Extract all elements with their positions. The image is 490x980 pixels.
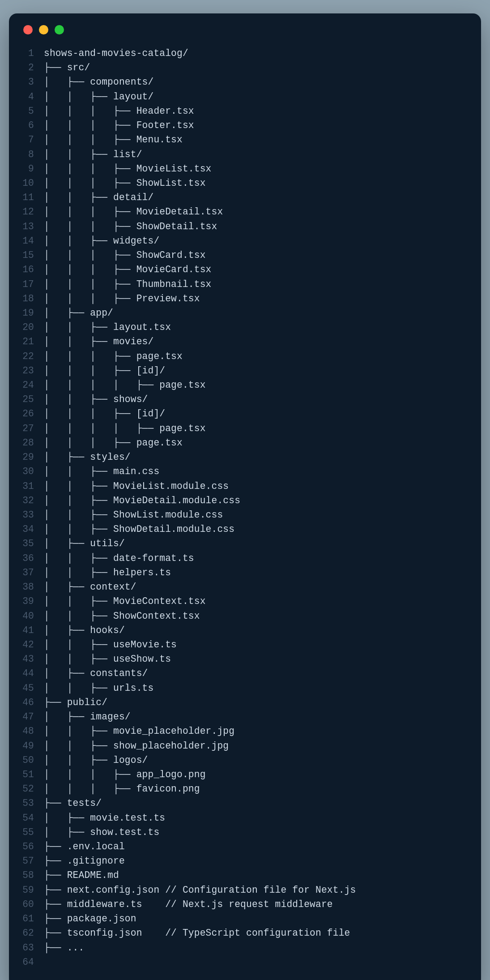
- line-number: 8: [20, 147, 44, 162]
- line-content: ├── ...: [44, 941, 84, 955]
- line-number: 53: [20, 796, 44, 810]
- line-content: ├── .gitignore: [44, 854, 125, 868]
- code-line: 33│ │ ├── ShowList.module.css: [20, 508, 470, 522]
- line-content: │ │ ├── layout/: [44, 90, 153, 104]
- line-number: 32: [20, 493, 44, 508]
- code-line: 23│ │ │ ├── [id]/: [20, 364, 470, 378]
- code-area: 1shows-and-movies-catalog/2├── src/3│ ├─…: [9, 43, 481, 969]
- line-content: │ │ ├── detail/: [44, 190, 153, 205]
- line-number: 44: [20, 666, 44, 680]
- code-line: 13│ │ │ ├── ShowDetail.tsx: [20, 219, 470, 234]
- line-content: │ ├── context/: [44, 580, 136, 594]
- code-line: 60├── middleware.ts // Next.js request m…: [20, 897, 470, 912]
- line-number: 55: [20, 825, 44, 839]
- line-content: ├── package.json: [44, 912, 136, 926]
- line-content: │ │ │ ├── Preview.tsx: [44, 291, 200, 306]
- line-number: 16: [20, 262, 44, 277]
- line-number: 51: [20, 767, 44, 782]
- code-line: 24│ │ │ │ ├── page.tsx: [20, 378, 470, 392]
- line-number: 49: [20, 739, 44, 753]
- line-number: 48: [20, 724, 44, 738]
- line-content: │ │ ├── ShowContext.tsx: [44, 609, 200, 623]
- line-number: 15: [20, 248, 44, 262]
- terminal-window: 1shows-and-movies-catalog/2├── src/3│ ├─…: [9, 13, 481, 980]
- line-number: 3: [20, 75, 44, 89]
- code-line: 22│ │ │ ├── page.tsx: [20, 349, 470, 364]
- code-line: 62├── tsconfig.json // TypeScript config…: [20, 926, 470, 940]
- code-line: 25│ │ ├── shows/: [20, 392, 470, 407]
- line-content: │ │ ├── movie_placeholder.jpg: [44, 724, 234, 738]
- line-number: 9: [20, 162, 44, 176]
- line-content: ├── next.config.json // Configuration fi…: [44, 883, 356, 897]
- line-content: shows-and-movies-catalog/: [44, 46, 188, 60]
- line-content: │ │ ├── layout.tsx: [44, 320, 171, 334]
- line-number: 59: [20, 883, 44, 897]
- code-line: 53├── tests/: [20, 796, 470, 810]
- code-line: 51│ │ │ ├── app_logo.png: [20, 767, 470, 782]
- line-number: 45: [20, 681, 44, 695]
- code-line: 40│ │ ├── ShowContext.tsx: [20, 609, 470, 623]
- line-content: │ ├── app/: [44, 306, 113, 320]
- code-line: 52│ │ │ ├── favicon.png: [20, 782, 470, 796]
- line-number: 40: [20, 609, 44, 623]
- line-number: 63: [20, 941, 44, 955]
- code-line: 44│ ├── constants/: [20, 666, 470, 680]
- line-number: 34: [20, 522, 44, 536]
- code-line: 37│ │ ├── helpers.ts: [20, 565, 470, 580]
- line-number: 24: [20, 378, 44, 392]
- line-content: ├── public/: [44, 695, 107, 710]
- line-content: ├── middleware.ts // Next.js request mid…: [44, 897, 333, 912]
- line-number: 5: [20, 104, 44, 118]
- line-number: 33: [20, 508, 44, 522]
- code-line: 54│ ├── movie.test.ts: [20, 811, 470, 825]
- code-line: 43│ │ ├── useShow.ts: [20, 652, 470, 666]
- code-line: 6│ │ │ ├── Footer.tsx: [20, 118, 470, 133]
- line-number: 23: [20, 364, 44, 378]
- code-line: 46├── public/: [20, 695, 470, 710]
- line-content: │ ├── show.test.ts: [44, 825, 159, 839]
- line-number: 11: [20, 190, 44, 205]
- line-content: │ ├── styles/: [44, 450, 131, 464]
- line-number: 10: [20, 176, 44, 190]
- line-content: │ │ │ ├── favicon.png: [44, 782, 200, 796]
- line-number: 46: [20, 695, 44, 710]
- line-number: 38: [20, 580, 44, 594]
- line-content: ├── README.md: [44, 868, 119, 882]
- code-line: 5│ │ │ ├── Header.tsx: [20, 104, 470, 118]
- code-line: 1shows-and-movies-catalog/: [20, 46, 470, 60]
- line-content: ├── src/: [44, 60, 90, 75]
- line-number: 30: [20, 464, 44, 479]
- line-number: 60: [20, 897, 44, 912]
- line-number: 13: [20, 219, 44, 234]
- line-number: 42: [20, 638, 44, 652]
- line-content: │ │ │ ├── app_logo.png: [44, 767, 206, 782]
- code-line: 4│ │ ├── layout/: [20, 90, 470, 104]
- line-content: │ │ │ ├── MovieList.tsx: [44, 162, 212, 176]
- line-content: ├── tests/: [44, 796, 102, 810]
- line-number: 14: [20, 234, 44, 248]
- line-number: 7: [20, 133, 44, 147]
- line-content: │ │ ├── date-format.ts: [44, 551, 194, 565]
- close-icon[interactable]: [23, 25, 33, 34]
- code-line: 21│ │ ├── movies/: [20, 334, 470, 349]
- line-number: 64: [20, 955, 44, 969]
- line-content: │ │ │ ├── Thumbnail.tsx: [44, 277, 212, 291]
- code-line: 16│ │ │ ├── MovieCard.tsx: [20, 262, 470, 277]
- code-line: 56├── .env.local: [20, 839, 470, 854]
- line-number: 52: [20, 782, 44, 796]
- maximize-icon[interactable]: [55, 25, 64, 34]
- line-content: │ ├── utils/: [44, 536, 125, 551]
- code-line: 64: [20, 955, 470, 969]
- line-content: │ │ │ ├── page.tsx: [44, 349, 183, 364]
- line-content: │ │ ├── urls.ts: [44, 681, 153, 695]
- line-content: │ │ ├── list/: [44, 147, 142, 162]
- line-number: 43: [20, 652, 44, 666]
- minimize-icon[interactable]: [39, 25, 48, 34]
- line-content: │ │ ├── ShowList.module.css: [44, 508, 223, 522]
- line-number: 21: [20, 334, 44, 349]
- line-number: 25: [20, 392, 44, 407]
- code-line: 58├── README.md: [20, 868, 470, 882]
- line-content: ├── .env.local: [44, 839, 125, 854]
- line-content: │ ├── components/: [44, 75, 153, 89]
- code-line: 42│ │ ├── useMovie.ts: [20, 638, 470, 652]
